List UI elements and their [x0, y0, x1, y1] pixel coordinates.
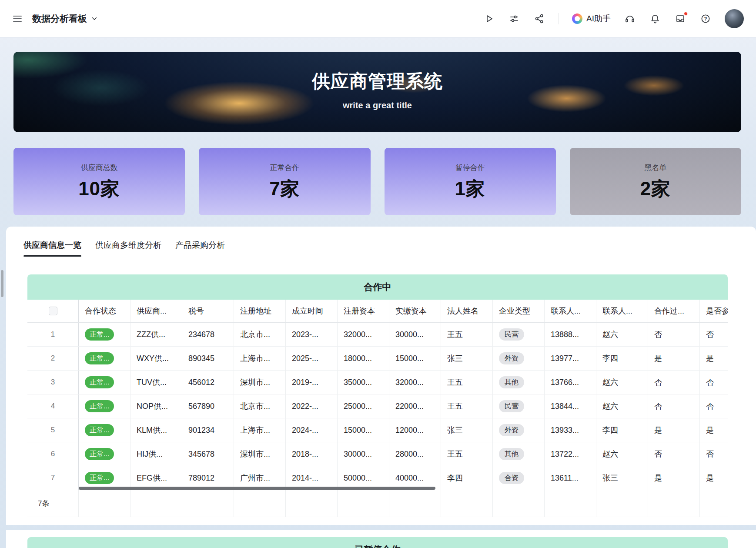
cell-address: 广州市... — [234, 466, 286, 490]
stat-card-3[interactable]: 暂停合作1家 — [385, 148, 556, 215]
cell-supplier: HIJ供... — [130, 442, 182, 466]
share-icon[interactable] — [533, 13, 545, 25]
table-row[interactable]: 6正常...HIJ供...345678深圳市...2018-...30000..… — [27, 442, 728, 466]
column-header[interactable]: 注册资本 — [338, 300, 389, 322]
column-header[interactable]: 供应商... — [130, 300, 182, 322]
row-index: 4 — [27, 394, 79, 418]
avatar[interactable] — [725, 9, 744, 28]
cell-legal_person: 王五 — [441, 323, 493, 346]
headset-icon[interactable] — [624, 13, 636, 25]
column-header[interactable]: 注册地址 — [234, 300, 286, 322]
cell-legal_person: 李四 — [441, 466, 493, 490]
tab-3[interactable]: 产品采购分析 — [175, 240, 225, 257]
cell-supplier: EFG供... — [130, 466, 182, 490]
cell-status: 正常... — [79, 371, 130, 394]
paused-table-block: 已暂停合作 — [27, 537, 728, 548]
table-row[interactable]: 1正常...ZZZ供...234678北京市...2023-...32000..… — [27, 323, 728, 347]
tab-2[interactable]: 供应商多维度分析 — [95, 240, 161, 257]
select-all-cell — [27, 300, 79, 322]
group-title: 合作中 — [364, 281, 391, 293]
table-group-header: 合作中 — [27, 274, 728, 300]
help-icon[interactable]: ? — [699, 13, 712, 25]
column-header[interactable]: 是否参 — [700, 300, 728, 322]
cell-reg_capital: 18000... — [338, 347, 389, 370]
stat-card-4[interactable]: 黑名单2家 — [570, 148, 741, 215]
table-row[interactable]: 2正常...WXY供...890345上海市...2025-...18000..… — [27, 347, 728, 371]
cell-legal_person: 王五 — [441, 371, 493, 394]
footer-cell — [596, 490, 648, 517]
play-icon[interactable] — [483, 13, 495, 25]
stat-label: 供应商总数 — [13, 163, 185, 173]
cell-supplier: KLM供... — [130, 418, 182, 442]
cell-address: 深圳市... — [234, 371, 286, 394]
status-badge: 正常... — [85, 376, 114, 388]
ai-assistant-button[interactable]: AI助手 — [572, 13, 611, 24]
column-header[interactable]: 联系人... — [545, 300, 596, 322]
footer-cell — [286, 490, 338, 517]
dashboard-title-dropdown[interactable]: 数据分析看板 — [32, 13, 98, 25]
select-all-checkbox[interactable] — [49, 307, 57, 315]
stat-value: 7家 — [199, 176, 370, 202]
ai-assistant-label: AI助手 — [586, 13, 611, 24]
svg-text:?: ? — [704, 16, 707, 21]
cell-contact_phone: 13977... — [545, 347, 596, 370]
cell-legal_person: 张三 — [441, 347, 493, 370]
column-header[interactable]: 联系人... — [596, 300, 648, 322]
cell-address: 北京市... — [234, 394, 286, 418]
column-header[interactable]: 合作过... — [648, 300, 700, 322]
cell-contact_phone: 13844... — [545, 394, 596, 418]
cell-paid_capital: 15000... — [389, 347, 441, 370]
stat-card-1[interactable]: 供应商总数10家 — [13, 148, 185, 215]
cell-company_type: 民营 — [493, 394, 545, 418]
stat-label: 正常合作 — [199, 163, 370, 173]
cell-contact_phone: 13766... — [545, 371, 596, 394]
footer-cell — [389, 490, 441, 517]
cell-reg_capital: 35000... — [338, 371, 389, 394]
menu-icon[interactable] — [11, 13, 23, 25]
cell-paid_capital: 40000... — [389, 466, 441, 490]
table-row[interactable]: 5正常...KLM供...901234上海市...2024-...15000..… — [27, 418, 728, 442]
cell-tax_id: 890345 — [182, 347, 234, 370]
cell-contact_name: 李四 — [596, 418, 648, 442]
cell-contact_phone: 13933... — [545, 418, 596, 442]
cell-participating: 否 — [700, 394, 728, 418]
column-header[interactable]: 税号 — [182, 300, 234, 322]
column-header[interactable]: 合作状态 — [79, 300, 130, 322]
cell-participating: 是 — [700, 347, 728, 370]
table-row[interactable]: 3正常...TUV供...456012深圳市...2019-...35000..… — [27, 371, 728, 394]
cell-contact_name: 赵六 — [596, 394, 648, 418]
tab-1[interactable]: 供应商信息一览 — [23, 240, 81, 257]
cell-tax_id: 234678 — [182, 323, 234, 346]
inbox-icon[interactable] — [674, 13, 686, 25]
cell-supplier: NOP供... — [130, 394, 182, 418]
stat-value: 1家 — [385, 176, 556, 202]
footer-cell — [648, 490, 700, 517]
cell-reg_capital: 25000... — [338, 394, 389, 418]
stat-card-2[interactable]: 正常合作7家 — [199, 148, 370, 215]
cell-address: 深圳市... — [234, 442, 286, 466]
cell-paid_capital: 12000... — [389, 418, 441, 442]
table-row[interactable]: 4正常...NOP供...567890北京市...2022-...25000..… — [27, 394, 728, 418]
column-header[interactable]: 成立时间 — [286, 300, 338, 322]
cell-tax_id: 456012 — [182, 371, 234, 394]
bell-icon[interactable] — [649, 13, 661, 25]
cell-contact_name: 赵六 — [596, 442, 648, 466]
cell-status: 正常... — [79, 466, 130, 490]
column-header[interactable]: 实缴资本 — [389, 300, 441, 322]
cell-founded: 2022-... — [286, 394, 338, 418]
cell-supplier: ZZZ供... — [130, 323, 182, 346]
stat-label: 黑名单 — [570, 163, 741, 173]
horizontal-scrollbar[interactable] — [79, 487, 435, 490]
cell-coop_history: 是 — [648, 418, 700, 442]
column-header[interactable]: 法人姓名 — [441, 300, 493, 322]
cell-contact_phone: 13611... — [545, 466, 596, 490]
table-viewport: 合作状态供应商...税号注册地址成立时间注册资本实缴资本法人姓名企业类型联系人.… — [27, 300, 728, 490]
column-header[interactable]: 企业类型 — [493, 300, 545, 322]
hero-subtitle[interactable]: write a great title — [13, 100, 741, 110]
row-index: 1 — [27, 323, 79, 346]
page-vertical-scrollbar[interactable] — [1, 270, 3, 297]
dashboard-panel: 供应商信息一览供应商多维度分析产品采购分析 合作中 合作状态供应商...税号注册… — [6, 227, 756, 525]
status-badge: 正常... — [85, 352, 114, 364]
chevron-down-icon — [91, 15, 98, 22]
tune-icon[interactable] — [508, 13, 520, 25]
